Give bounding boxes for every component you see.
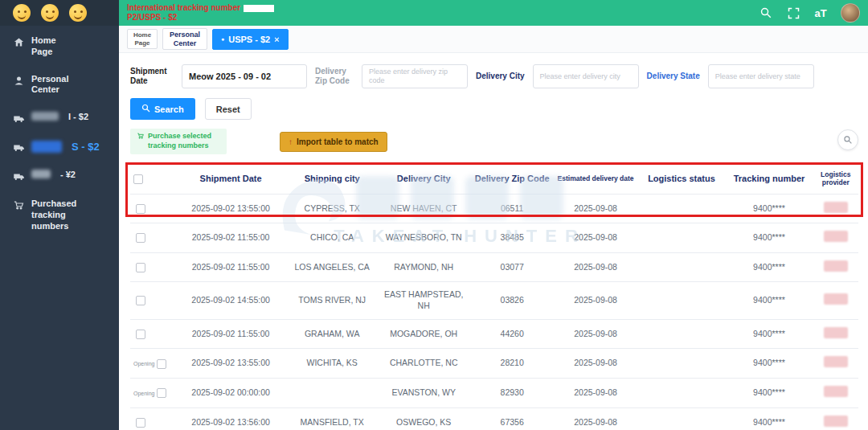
cell-shipping-city: CHICO, CA	[288, 223, 377, 253]
truck-icon	[13, 113, 25, 125]
select-all-checkbox[interactable]	[133, 174, 143, 184]
table-header-row: Shipment Date Shipping city Delivery Cit…	[130, 165, 858, 194]
table-row[interactable]: 2025-09-02 11:55:00CHICO, CAWAYNESBORO, …	[130, 223, 858, 253]
table-row[interactable]: 2025-09-02 13:56:00MANSFIELD, TXOSWEGO, …	[130, 407, 858, 430]
cell-shipping-city: MANSFIELD, TX	[288, 407, 377, 430]
col-logistics-provider: Logistics provider	[813, 165, 858, 194]
tab-label: USPS - $2	[228, 35, 270, 44]
row-select-cell	[130, 252, 174, 282]
truck-icon	[13, 141, 25, 154]
smiley-icon[interactable]	[13, 4, 31, 22]
table-row[interactable]: 2025-09-02 11:55:00LOS ANGELES, CARAYMON…	[130, 252, 858, 282]
table-row[interactable]: 2025-09-02 14:55:00TOMS RIVER, NJEAST HA…	[130, 282, 858, 319]
cell-delivery-city: WAYNESBORO, TN	[377, 223, 471, 253]
close-tab-icon[interactable]: ×	[274, 35, 279, 44]
search-button[interactable]: Search	[130, 98, 195, 120]
row-checkbox[interactable]	[157, 388, 166, 398]
shipment-date-input[interactable]: Meow 2025 - 09 - 02	[182, 64, 307, 88]
table-row[interactable]: Opening2025-09-02 13:55:00WICHITA, KSCHA…	[130, 349, 858, 379]
provider-badge-redacted	[824, 416, 848, 427]
row-select-cell	[130, 223, 174, 253]
cell-shipment-date: 2025-09-02 14:55:00	[174, 282, 287, 319]
cell-shipping-city: CYPRESS, TX	[288, 194, 377, 223]
cell-shipping-city	[288, 379, 377, 408]
sidebar-item-label: - ¥2	[60, 170, 76, 181]
cell-shipment-date: 2025-09-02 11:55:00	[174, 252, 287, 282]
smiley-icon[interactable]	[69, 4, 87, 22]
cell-estimated-date: 2025-09-08	[554, 194, 638, 223]
row-checkbox[interactable]	[136, 233, 145, 243]
row-checkbox[interactable]	[136, 263, 145, 272]
sidebar-item-usps-1[interactable]: I - $2	[13, 112, 114, 125]
quick-search-button[interactable]	[837, 129, 858, 150]
delivery-zip-label: Delivery Zip Code	[315, 67, 354, 86]
emoji-strip	[0, 0, 119, 26]
fullscreen-icon[interactable]	[786, 6, 800, 20]
cell-estimated-date: 2025-09-08	[554, 319, 638, 349]
results-table-wrap: TAKEAT HUNTER Shipment Date Shipping cit…	[130, 165, 858, 430]
cell-logistics-status	[638, 407, 726, 430]
cell-logistics-status	[638, 223, 726, 253]
cart-icon	[137, 132, 145, 143]
cell-logistics-provider	[813, 379, 858, 408]
row-status-prefix: Opening	[133, 390, 154, 397]
cell-shipping-city: TOMS RIVER, NJ	[288, 282, 377, 319]
search-button-label: Search	[154, 104, 184, 114]
provider-badge-redacted	[824, 202, 848, 213]
cell-delivery-city: EAST HAMPSTEAD, NH	[377, 282, 471, 319]
col-shipping-city: Shipping city	[288, 165, 377, 194]
cell-shipping-city: GRAHAM, WA	[288, 319, 377, 349]
delivery-state-label: Delivery State	[647, 72, 700, 81]
search-icon[interactable]	[759, 6, 773, 20]
cell-delivery-zip: 06511	[471, 194, 554, 223]
sidebar-item-home-page[interactable]: Home Page	[13, 35, 114, 58]
cell-logistics-status	[638, 252, 726, 282]
row-select-cell: Opening	[130, 349, 174, 379]
col-tracking-number: Tracking number	[725, 165, 813, 194]
row-checkbox[interactable]	[157, 359, 166, 369]
purchase-note-text: Purchase selected tracking numbers	[148, 132, 220, 150]
sidebar-item-personal-center[interactable]: Personal Center	[13, 74, 114, 96]
topbar: International tracking number P2/USPS - …	[119, 0, 868, 26]
delivery-zip-input[interactable]: Please enter delivery zip code	[362, 64, 468, 88]
row-select-cell	[130, 194, 174, 223]
upload-icon: ↑	[289, 137, 293, 146]
tab-usps-active[interactable]: ● USPS - $2 ×	[212, 29, 289, 50]
avatar[interactable]	[841, 3, 860, 23]
cell-shipment-date: 2025-09-02 11:55:00	[174, 223, 287, 253]
cell-delivery-zip: 28210	[471, 349, 554, 379]
cell-estimated-date: 2025-09-08	[554, 407, 638, 430]
tab-home-page[interactable]: Home Page	[127, 29, 158, 48]
font-size-icon[interactable]: aT	[813, 6, 828, 20]
main-content: Home Page Personal Center ● USPS - $2 × …	[119, 26, 868, 430]
sidebar-item-yen-2[interactable]: - ¥2	[13, 170, 114, 182]
reset-button[interactable]: Reset	[205, 98, 252, 120]
table-body: 2025-09-02 13:55:00CYPRESS, TXNEW HAVEN,…	[130, 194, 858, 430]
cell-delivery-city: CHARLOTTE, NC	[377, 349, 471, 379]
cell-logistics-provider	[813, 282, 858, 319]
table-row[interactable]: Opening2025-09-02 00:00:00EVANSTON, WY82…	[130, 379, 858, 408]
cell-shipment-date: 2025-09-02 00:00:00	[174, 379, 287, 408]
cell-shipment-date: 2025-09-02 13:56:00	[174, 407, 287, 430]
button-row: Search Reset	[130, 98, 868, 120]
sidebar-item-usps-2-active[interactable]: S - $2	[13, 141, 114, 154]
table-row[interactable]: 2025-09-02 11:55:00GRAHAM, WAMOGADORE, O…	[130, 319, 858, 349]
import-table-button[interactable]: ↑ Import table to match	[280, 132, 387, 152]
row-checkbox[interactable]	[136, 418, 145, 428]
tab-personal-center[interactable]: Personal Center	[162, 28, 207, 50]
cell-logistics-provider	[813, 252, 858, 282]
sidebar-item-purchased-tracking-numbers[interactable]: Purchased tracking numbers	[13, 199, 114, 231]
delivery-city-input[interactable]: Please enter delivery city	[533, 64, 639, 88]
delivery-state-input[interactable]: Please enter delivery state	[708, 64, 814, 88]
cell-shipment-date: 2025-09-02 11:55:00	[174, 319, 287, 349]
purchase-note: Purchase selected tracking numbers	[130, 129, 227, 154]
smiley-icon[interactable]	[41, 4, 59, 22]
sidebar-item-label: Home Page	[31, 35, 68, 58]
table-row[interactable]: 2025-09-02 13:55:00CYPRESS, TXNEW HAVEN,…	[130, 194, 858, 223]
row-status-prefix: Opening	[133, 360, 154, 367]
cell-delivery-zip: 67356	[471, 407, 554, 430]
row-checkbox[interactable]	[136, 330, 145, 339]
col-estimated-date: Estimated delivery date	[554, 165, 638, 194]
row-checkbox[interactable]	[136, 204, 145, 214]
row-checkbox[interactable]	[136, 296, 145, 305]
